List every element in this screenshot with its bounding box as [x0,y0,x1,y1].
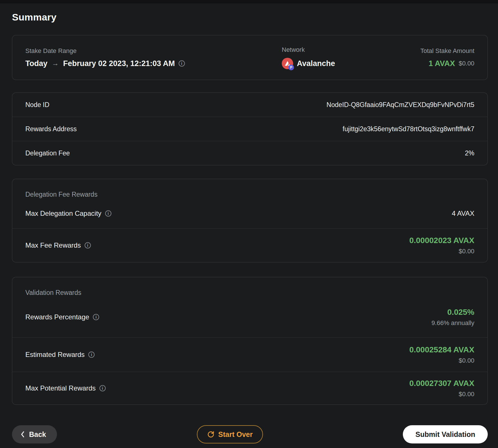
max-delegation-capacity-label-wrap: Max Delegation Capacity i [25,209,111,217]
rewards-address-label: Rewards Address [25,125,77,133]
max-fee-rewards-info-icon[interactable]: i [85,242,91,248]
rewards-percentage-label: Rewards Percentage [25,313,89,321]
back-button[interactable]: Back [12,425,57,443]
rewards-percentage-value: 0.025% [432,307,474,317]
footer-actions: Back Start Over Submit Validation [12,425,488,443]
estimated-rewards-row: Estimated Rewards i 0.00025284 AVAX $0.0… [12,337,487,372]
max-potential-rewards-label-wrap: Max Potential Rewards i [25,384,106,392]
rewards-percentage-values: 0.025% 9.66% annually [432,307,474,327]
avalanche-icon: P [282,58,293,69]
total-stake-block: Total Stake Amount 1 AVAX $0.00 [335,47,474,68]
max-fee-rewards-label: Max Fee Rewards [25,241,81,249]
table-row-rewards-address: Rewards Address fujittgi2e3k56enytwSd78r… [12,117,487,141]
submit-validation-button-label: Submit Validation [415,430,475,439]
estimated-rewards-label: Estimated Rewards [25,351,85,359]
max-delegation-capacity-info-icon[interactable]: i [105,210,111,217]
delegation-fee-rewards-card: Delegation Fee Rewards Max Delegation Ca… [12,179,488,262]
stake-date-range-block: Stake Date Range Today → February 02 202… [25,47,282,68]
total-stake-fiat: $0.00 [459,60,474,67]
rewards-address-value: fujittgi2e3k56enytwSd78rtOtsq3izg8wnftff… [343,125,474,133]
delegation-fee-label: Delegation Fee [25,149,70,157]
page-title: Summary [12,12,488,22]
max-fee-rewards-row: Max Fee Rewards i 0.00002023 AVAX $0.00 [12,228,487,262]
network-value: P Avalanche [282,58,335,69]
network-block: Network P Avalanche [282,46,335,69]
summary-page: Summary Stake Date Range Today → Februar… [0,12,498,443]
max-potential-rewards-label: Max Potential Rewards [25,384,96,392]
table-row-node-id: Node ID NodeID-Q8Gfaaio9FAqCmZVEXDq9bFvN… [12,93,487,117]
refresh-icon [207,431,215,438]
max-fee-rewards-fiat: $0.00 [409,248,474,255]
validation-rewards-title: Validation Rewards [12,277,487,297]
top-edge-strip [0,0,498,3]
max-fee-rewards-values: 0.00002023 AVAX $0.00 [409,236,474,255]
stake-date-range-label: Stake Date Range [25,47,282,55]
details-card: Node ID NodeID-Q8Gfaaio9FAqCmZVEXDq9bFvN… [12,93,488,165]
start-over-button-label: Start Over [218,430,253,439]
estimated-rewards-info-icon[interactable]: i [88,352,95,358]
stake-date-range-value: Today → February 02 2023, 12:21:03 AM i [25,59,282,68]
stake-date-info-icon[interactable]: i [179,60,185,67]
estimated-rewards-fiat: $0.00 [409,357,474,364]
max-delegation-capacity-row: Max Delegation Capacity i 4 AVAX [12,198,487,228]
arrow-right-icon: → [51,59,60,67]
stake-start: Today [25,59,48,68]
max-potential-rewards-values: 0.00027307 AVAX $0.00 [409,379,474,398]
rewards-percentage-label-wrap: Rewards Percentage i [25,313,99,321]
network-name: Avalanche [297,59,335,68]
submit-validation-button[interactable]: Submit Validation [403,425,488,443]
chevron-left-icon [21,431,25,438]
table-row-delegation-fee: Delegation Fee 2% [12,141,487,165]
max-fee-rewards-label-wrap: Max Fee Rewards i [25,241,91,249]
rewards-percentage-annual: 9.66% annually [432,319,474,327]
max-potential-rewards-row: Max Potential Rewards i 0.00027307 AVAX … [12,372,487,404]
delegation-fee-value: 2% [465,149,474,157]
network-label: Network [282,46,335,54]
overview-card: Stake Date Range Today → February 02 202… [12,35,488,80]
node-id-label: Node ID [25,101,49,109]
max-delegation-capacity-label: Max Delegation Capacity [25,209,101,217]
node-id-value: NodeID-Q8Gfaaio9FAqCmZVEXDq9bFvNPvDi7rt5 [326,101,474,109]
rewards-percentage-row: Rewards Percentage i 0.025% 9.66% annual… [12,297,487,337]
delegation-fee-rewards-title: Delegation Fee Rewards [12,179,487,198]
back-button-label: Back [29,430,46,439]
max-potential-rewards-info-icon[interactable]: i [99,385,106,391]
rewards-percentage-info-icon[interactable]: i [93,314,99,320]
stake-end: February 02 2023, 12:21:03 AM [63,59,175,68]
total-stake-value: 1 AVAX $0.00 [335,59,474,68]
max-delegation-capacity-value: 4 AVAX [452,209,474,217]
max-potential-rewards-fiat: $0.00 [409,391,474,398]
estimated-rewards-value: 0.00025284 AVAX [409,345,474,355]
total-stake-label: Total Stake Amount [335,47,474,55]
p-chain-badge: P [288,65,294,70]
total-stake-amount: 1 AVAX [428,59,455,68]
estimated-rewards-values: 0.00025284 AVAX $0.00 [409,345,474,364]
estimated-rewards-label-wrap: Estimated Rewards i [25,351,95,359]
max-fee-rewards-value: 0.00002023 AVAX [409,236,474,245]
validation-rewards-card: Validation Rewards Rewards Percentage i … [12,277,488,405]
start-over-button[interactable]: Start Over [197,425,263,443]
max-potential-rewards-value: 0.00027307 AVAX [409,379,474,388]
